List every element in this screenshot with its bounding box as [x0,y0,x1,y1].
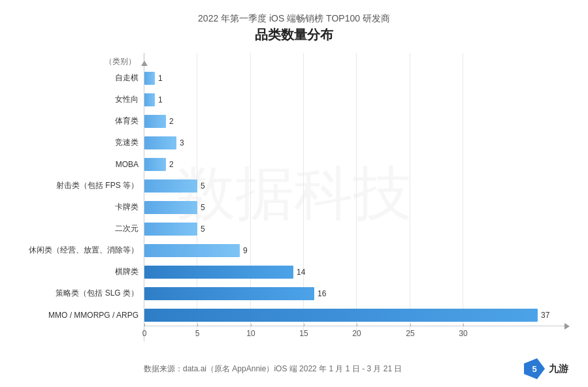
x-tick-20: 20 [352,329,361,338]
x-tick-30: 30 [459,329,467,338]
bar-2 [144,115,166,128]
bar-11 [144,309,538,322]
bars-area: 112325559141637051015202530 [144,53,568,353]
source-text: 数据来源：data.ai（原名 AppAnnie）iOS 端 2022 年 1 … [144,364,402,375]
y-label-3: 竞速类 [115,132,139,153]
tick-line-25 [410,324,411,326]
bar-3 [144,136,176,149]
bar-value-3: 3 [180,138,184,147]
bar-8 [144,244,240,257]
bar-value-0: 1 [158,74,163,83]
bar-row-10: 16 [144,283,568,304]
bar-value-7: 5 [201,224,205,234]
bar-row-7: 5 [144,218,568,240]
bar-6 [144,201,197,214]
bar-value-5: 5 [201,181,205,191]
logo-text: 九游 [549,363,568,375]
bar-value-8: 9 [243,246,248,255]
y-label-11: MMO / MMORPG / ARPG [48,304,139,326]
bar-row-9: 14 [144,261,568,283]
bar-0 [144,72,155,85]
bar-row-0: 1 [144,67,568,89]
logo-area: 5 九游 [523,357,568,380]
tick-line-20 [357,324,357,326]
x-tick-15: 15 [299,329,308,338]
bar-7 [144,223,197,236]
y-label-5: 射击类（包括 FPS 等） [56,175,139,196]
y-label-0: 自走棋 [115,67,139,89]
bar-row-8: 9 [144,240,568,261]
tick-line-0 [144,324,145,326]
bar-row-3: 3 [144,132,568,153]
x-axis-arrow [564,323,570,330]
y-label-10: 策略类（包括 SLG 类） [56,283,139,304]
bar-5 [144,179,197,193]
bar-1 [144,93,155,106]
bar-value-1: 1 [158,95,163,104]
bar-value-2: 2 [169,117,174,126]
y-label-1: 女性向 [115,89,139,110]
bar-value-4: 2 [169,160,174,169]
y-label-9: 棋牌类 [115,261,139,283]
bar-4 [144,158,166,171]
tick-line-15 [304,324,304,326]
y-label-7: 二次元 [115,218,139,240]
y-axis-arrow-row [144,53,568,67]
bar-value-9: 14 [297,268,305,277]
tick-line-30 [463,324,464,326]
bar-row-4: 2 [144,153,568,175]
footer: 数据来源：data.ai（原名 AppAnnie）iOS 端 2022 年 1 … [20,353,568,380]
bar-9 [144,266,293,279]
bar-value-10: 16 [318,289,326,298]
logo-icon: 5 [523,357,546,380]
y-label-4: MOBA [116,153,139,175]
main-container: 2022 年第一季度 iOS 端畅销榜 TOP100 研发商 品类数量分布 （类… [0,0,588,387]
bar-row-5: 5 [144,175,568,196]
chart-area: （类别）自走棋女性向体育类竞速类MOBA射击类（包括 FPS 等）卡牌类二次元休… [20,53,568,353]
subtitle: 2022 年第一季度 iOS 端畅销榜 TOP100 研发商 [20,13,568,25]
bar-value-11: 37 [541,311,549,320]
x-tick-5: 5 [195,329,200,338]
bar-row-6: 5 [144,196,568,218]
bar-10 [144,287,314,300]
x-axis: 051015202530 [144,326,568,341]
x-tick-10: 10 [246,329,255,338]
y-label-8: 休闲类（经营、放置、消除等） [29,240,139,261]
bar-row-2: 2 [144,110,568,132]
bar-value-6: 5 [201,203,205,212]
y-label-6: 卡牌类 [115,196,139,218]
x-tick-0: 0 [142,329,147,338]
y-axis-top-label: （类别） [105,53,139,67]
axis-arrow [141,61,148,66]
y-axis: （类别）自走棋女性向体育类竞速类MOBA射击类（包括 FPS 等）卡牌类二次元休… [20,53,144,353]
tick-line-10 [251,324,252,326]
tick-line-5 [197,324,198,326]
svg-text:5: 5 [532,364,536,374]
main-title: 品类数量分布 [20,26,568,44]
x-tick-25: 25 [406,329,414,338]
bar-row-1: 1 [144,89,568,110]
bar-row-11: 37 [144,304,568,326]
y-label-2: 体育类 [115,110,139,132]
